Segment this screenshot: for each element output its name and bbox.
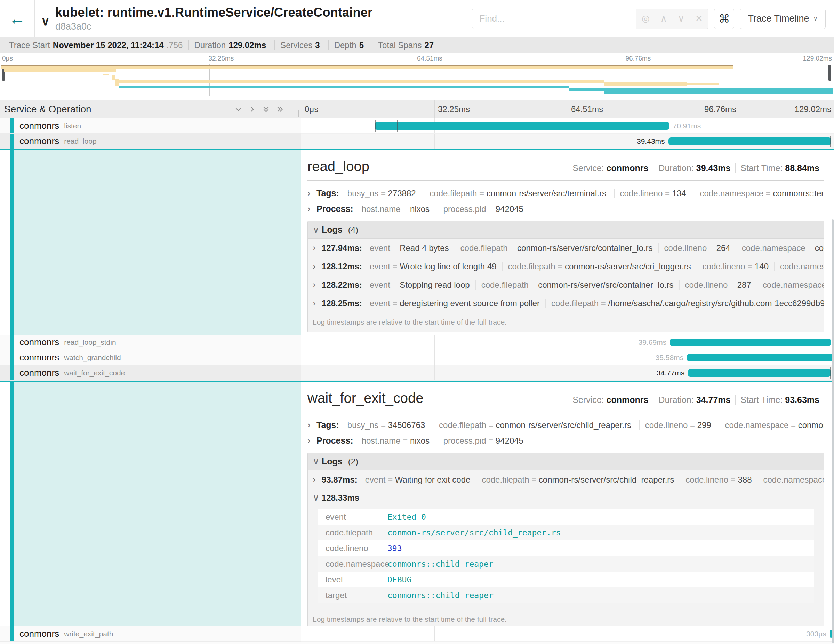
span-bar[interactable]: [670, 338, 831, 346]
minimap-span-bar: [4, 69, 116, 72]
process-section[interactable]: › Process: host.name = nixos process.pid…: [307, 433, 824, 448]
log-marker: [830, 367, 831, 379]
keyboard-shortcuts-button[interactable]: ⌘: [714, 9, 734, 29]
chevron-right-icon[interactable]: ›: [313, 261, 322, 272]
service-name: conmonrs: [19, 120, 59, 131]
span-row-read-loop[interactable]: conmonrs read_loop 39.43ms: [0, 134, 834, 149]
span-row-write-exit-path[interactable]: conmonrs write_exit_path 303μs: [0, 626, 834, 642]
span-duration-label: 39.43ms: [637, 134, 665, 149]
chevron-up-icon[interactable]: ∧: [661, 13, 667, 24]
minimap-tick: 32.25ms: [208, 55, 234, 62]
process-tag: process.pid = 942045: [438, 204, 529, 214]
process-section[interactable]: › Process: host.name = nixos process.pid…: [307, 201, 824, 217]
view-selector-button[interactable]: Trace Timeline ∨: [740, 9, 826, 29]
column-resizer[interactable]: [296, 110, 299, 117]
chevron-down-icon[interactable]: ∨: [41, 10, 50, 28]
trace-id: d8a3a0c: [55, 21, 372, 32]
tags-section[interactable]: › Tags: busy_ns = 34506763 code.filepath…: [307, 417, 824, 433]
span-timeline-cell[interactable]: 39.43ms: [301, 134, 834, 149]
tags-section[interactable]: › Tags: busy_ns = 273882 code.filepath =…: [307, 185, 824, 201]
span-bar[interactable]: [687, 354, 834, 361]
log-entry[interactable]: › 128.25ms: event = deregistering event …: [308, 294, 824, 312]
detail-title: read_loop: [307, 159, 369, 174]
chevron-right-icon[interactable]: ›: [313, 298, 322, 309]
locate-icon[interactable]: ◎: [642, 13, 650, 24]
clear-icon[interactable]: ✕: [695, 13, 703, 24]
log-entry[interactable]: › 128.12ms: event = Wrote log line of le…: [308, 257, 824, 275]
operation-name: read_loop: [64, 137, 96, 146]
span-timeline-cell[interactable]: 35.58ms: [301, 350, 834, 365]
collapse-one-icon[interactable]: [234, 105, 243, 114]
logs-header[interactable]: ∨ Logs (2): [308, 453, 824, 470]
detail-info-value: 39.43ms: [696, 163, 731, 173]
ruler-tick: 129.02ms: [791, 104, 831, 114]
minimap-tick: 129.02ms: [803, 55, 832, 62]
span-row-listen[interactable]: conmonrs listen 70.91ms: [0, 118, 834, 134]
span-duration-label: 39.69ms: [638, 335, 667, 350]
log-entry[interactable]: › 128.22ms: event = Stopping read loopco…: [308, 275, 824, 294]
gridline: [567, 134, 568, 149]
log-marker: [830, 136, 831, 147]
back-button[interactable]: ←: [0, 0, 35, 37]
collapse-all-icon[interactable]: [262, 105, 271, 114]
minimap-span-bar: [604, 91, 832, 94]
span-detail-wait-for-exit-code: wait_for_exit_code Service: conmonrs Dur…: [0, 382, 834, 626]
logs-header[interactable]: ∨ Logs (4): [308, 221, 824, 239]
minimap-scrubber-right[interactable]: [828, 65, 831, 81]
span-name-cell[interactable]: conmonrs listen: [0, 118, 301, 134]
span-name-cell[interactable]: conmonrs read_loop_stdin: [0, 335, 301, 350]
vertical-scrollbar[interactable]: [832, 219, 834, 643]
span-bar[interactable]: [668, 138, 832, 145]
span-name-cell[interactable]: conmonrs read_loop: [0, 134, 301, 149]
chevron-down-icon[interactable]: ∨: [313, 492, 322, 503]
span-timeline-cell[interactable]: 39.69ms: [301, 335, 834, 350]
chevron-right-icon[interactable]: ›: [307, 435, 317, 446]
span-name-cell[interactable]: conmonrs watch_grandchild: [0, 350, 301, 365]
detail-info-label: Duration:: [658, 395, 693, 405]
minimap-span-bar: [604, 83, 687, 86]
chevron-right-icon[interactable]: ›: [313, 474, 322, 485]
span-row-wait-for-exit-code[interactable]: conmonrs wait_for_exit_code 34.77ms: [0, 365, 834, 380]
chevron-down-icon[interactable]: ∨: [313, 456, 322, 467]
span-color-accent: [10, 626, 14, 641]
detail-info-label: Start Time:: [740, 163, 782, 173]
log-entry-expanded[interactable]: ∨ 128.33ms: [308, 489, 824, 505]
divider: [307, 180, 824, 181]
expand-all-icon[interactable]: [275, 105, 284, 114]
log-entry[interactable]: › 93.87ms: event = Waiting for exit code…: [308, 470, 824, 489]
chevron-right-icon[interactable]: ›: [307, 188, 317, 199]
span-bar[interactable]: [375, 122, 669, 130]
logs-count: (4): [348, 225, 358, 235]
span-row-watch-grandchild[interactable]: conmonrs watch_grandchild 35.58ms: [0, 350, 834, 365]
summary-item: Duration 129.02ms: [188, 40, 275, 50]
span-row-read-loop-stdin[interactable]: conmonrs read_loop_stdin 39.69ms: [0, 335, 834, 350]
trace-minimap[interactable]: [1, 64, 833, 96]
span-detail-read-loop: read_loop Service: conmonrs Duration: 39…: [0, 150, 834, 335]
span-bar[interactable]: [688, 369, 831, 377]
tag: code.namespace = conmonrs::child_reap...: [719, 420, 824, 430]
chevron-right-icon[interactable]: ›: [307, 204, 317, 214]
span-timeline-cell[interactable]: 34.77ms: [301, 365, 834, 380]
detail-info-value: 88.84ms: [785, 163, 819, 173]
gridline: [701, 626, 701, 641]
chevron-down-icon[interactable]: ∨: [678, 13, 684, 24]
ruler-tick: 0μs: [301, 104, 318, 114]
minimap-span-bar: [103, 74, 109, 76]
service-name: conmonrs: [19, 337, 59, 348]
chevron-right-icon[interactable]: ›: [307, 419, 317, 430]
span-name-cell[interactable]: conmonrs write_exit_path: [0, 626, 301, 642]
chevron-right-icon[interactable]: ›: [313, 243, 322, 253]
field-value: conmonrs::child_reaper: [388, 591, 493, 600]
expand-one-icon[interactable]: [247, 105, 257, 114]
detail-info-label: Service:: [572, 163, 604, 173]
log-entry[interactable]: › 127.94ms: event = Read 4 bytescode.fil…: [308, 239, 824, 257]
view-selector-label: Trace Timeline: [748, 13, 809, 24]
span-timeline-cell[interactable]: 70.91ms: [301, 118, 834, 134]
chevron-right-icon[interactable]: ›: [313, 279, 322, 290]
chevron-down-icon[interactable]: ∨: [313, 225, 322, 235]
find-input[interactable]: [472, 9, 636, 29]
span-timeline-cell[interactable]: 303μs: [301, 626, 834, 642]
span-name-cell[interactable]: conmonrs wait_for_exit_code: [0, 365, 301, 380]
detail-info-item: Duration: 39.43ms: [653, 163, 735, 173]
detail-info-item: Service: conmonrs: [567, 395, 653, 405]
